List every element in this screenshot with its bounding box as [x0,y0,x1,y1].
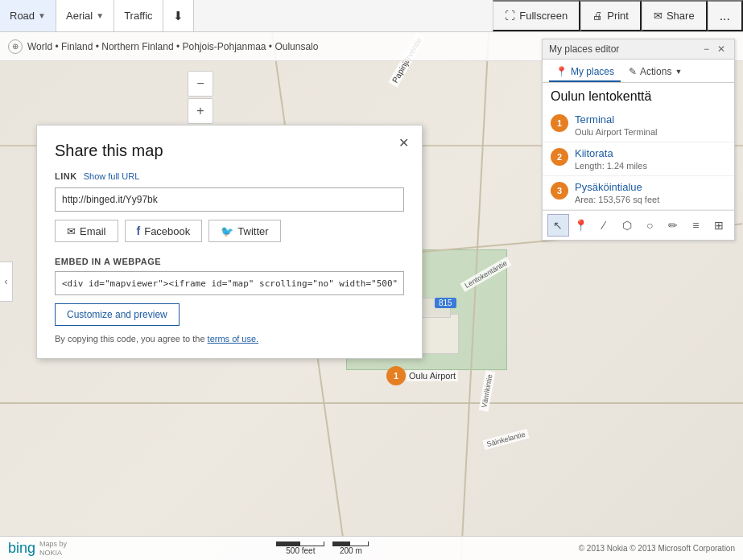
places-toolbar: ↖ 📍 ∕ ⬡ ○ ✏ ≡ ⊞ [543,210,734,240]
scale-meters: 200 m [332,541,369,555]
places-header-controls: − ✕ [701,43,728,55]
places-minimize-button[interactable]: − [701,43,712,55]
places-panel: My places editor − ✕ 📍 My places ✎ Actio… [542,39,735,241]
line-tool-button[interactable]: ∕ [593,214,615,237]
fullscreen-label: Fullscreen [519,10,568,22]
share-social-buttons: Email Facebook Twitter [55,220,404,242]
road-dropdown-arrow: ▼ [38,11,46,20]
share-url-input[interactable] [55,187,404,212]
terms-text: By copying this code, you agree to the t… [55,334,404,344]
scale-meters-label: 200 m [340,546,362,555]
fullscreen-icon: ⛶ [505,10,515,22]
email-btn-label: Email [80,225,106,237]
aerial-label: Aerial [66,10,93,22]
item-2-name: Kiitorata [575,147,726,159]
item-1-name: Terminal [575,113,726,126]
print-icon: 🖨 [592,10,603,22]
facebook-btn-label: Facebook [144,225,190,237]
share-dialog-title: Share this map [55,142,404,160]
fullscreen-button[interactable]: ⛶ Fullscreen [493,0,580,31]
my-places-icon: 📍 [555,66,568,77]
embed-code-input[interactable] [55,271,404,295]
item-1-info: Terminal Oulu Airport Terminal [575,113,726,137]
terms-prefix: By copying this code, you agree to the [55,334,205,344]
aerial-dropdown-arrow: ▼ [96,11,104,20]
measure-tool-button[interactable]: ⊞ [708,214,730,237]
places-item-1[interactable]: 1 Terminal Oulu Airport Terminal [543,109,734,142]
traffic-button[interactable]: Traffic [114,0,163,31]
left-nav-button[interactable]: ‹ [0,261,13,302]
globe-icon: ⊕ [8,39,23,54]
item-2-info: Kiitorata Length: 1.24 miles [575,147,726,171]
item-2-detail: Length: 1.24 miles [575,161,726,171]
airport-marker: 1 [386,366,406,385]
item-3-info: Pysäköintialue Area: 153,576 sq feet [575,181,726,204]
actions-dropdown-icon: ▼ [675,68,682,76]
text-tool-button[interactable]: ≡ [685,214,707,237]
road-view-button[interactable]: Road ▼ [0,0,56,31]
aerial-view-button[interactable]: Aerial ▼ [56,0,114,31]
polygon-tool-button[interactable]: ⬡ [617,214,638,237]
facebook-share-button[interactable]: Facebook [125,220,203,242]
actions-label: Actions [640,66,671,77]
item-3-name: Pysäköintialue [575,181,726,193]
road-label: Road [10,10,35,22]
item-2-number: 2 [551,148,568,166]
email-share-button[interactable]: Email [55,220,118,242]
scale-feet: 500 feet [276,541,324,555]
twitter-share-button[interactable]: Twitter [208,220,280,242]
places-header: My places editor − ✕ [543,39,734,60]
link-section-label: LINK [55,171,77,181]
places-panel-title: My places editor [549,43,619,55]
download-icon: ⬇ [173,9,184,23]
email-icon [67,225,76,237]
share-label: Share [667,10,695,22]
print-label: Print [607,10,629,22]
zoom-in-button[interactable]: + [188,98,213,124]
embed-section-label: EMBED IN A WEBPAGE [55,257,404,266]
road-shield-815: 815 [435,298,456,308]
places-close-button[interactable]: ✕ [715,43,728,55]
my-places-tab[interactable]: 📍 My places [549,63,621,82]
edit-tool-button[interactable]: ✏ [663,214,684,237]
scale-feet-label: 500 feet [286,546,315,555]
bing-text: bing [8,540,35,557]
item-3-detail: Area: 153,576 sq feet [575,195,726,204]
actions-tab[interactable]: ✎ Actions ▼ [622,63,688,82]
select-tool-button[interactable]: ↖ [547,214,569,237]
share-icon: ✉ [654,10,663,22]
facebook-icon [137,224,141,237]
print-button[interactable]: 🖨 Print [580,0,642,31]
pushpin-tool-button[interactable]: 📍 [571,214,592,237]
places-tabs: 📍 My places ✎ Actions ▼ [543,60,734,83]
zoom-out-button[interactable]: − [188,71,213,97]
bottom-bar: bing Maps byNOKIA 500 feet 200 m © 2013 … [0,536,743,560]
places-content: Oulun lentokenttä 1 Terminal Oulu Airpor… [543,83,734,210]
breadcrumb-path: World • Finland • Northern Finland • Poh… [27,41,318,52]
terms-link[interactable]: terms of use. [208,334,259,344]
toolbar-right: ⛶ Fullscreen 🖨 Print ✉ Share ... [493,0,743,31]
twitter-icon [221,225,233,237]
airport-label: Oulu Airport [407,370,458,381]
traffic-label: Traffic [124,10,152,22]
places-item-3[interactable]: 3 Pysäköintialue Area: 153,576 sq feet [543,176,734,210]
share-dialog: Share this map ✕ LINK Show full URL Emai… [36,125,423,359]
nokia-text: Maps byNOKIA [39,540,67,558]
actions-icon: ✎ [629,66,637,77]
customize-preview-button[interactable]: Customize and preview [55,303,180,326]
copyright-text: © 2013 Nokia © 2013 Microsoft Corporatio… [579,544,735,553]
item-3-number: 3 [551,182,568,200]
more-button[interactable]: ... [708,0,743,31]
bing-logo: bing Maps byNOKIA [8,540,67,558]
places-item-2[interactable]: 2 Kiitorata Length: 1.24 miles [543,142,734,176]
share-close-button[interactable]: ✕ [394,132,414,154]
download-button[interactable]: ⬇ [163,0,194,31]
scale-bar: 500 feet 200 m [276,541,369,555]
circle-tool-button[interactable]: ○ [639,214,661,237]
show-full-url-link[interactable]: Show full URL [84,171,140,181]
venue-title: Oulun lentokenttä [543,83,734,109]
top-toolbar: Road ▼ Aerial ▼ Traffic ⬇ ⛶ Fullscreen 🖨… [0,0,743,32]
share-button[interactable]: ✉ Share [642,0,708,31]
share-link-row: LINK Show full URL [55,171,404,181]
twitter-btn-label: Twitter [237,225,268,237]
